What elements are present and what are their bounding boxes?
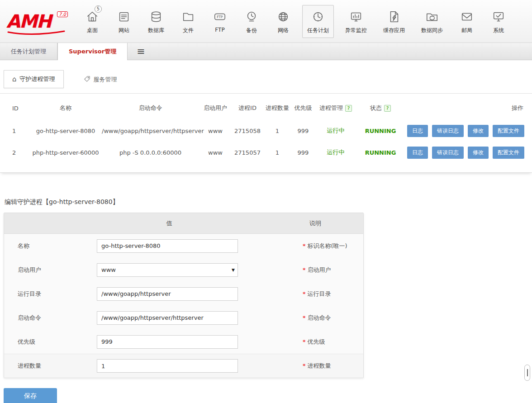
name-field[interactable] [97, 239, 238, 253]
logo-text: AMH [6, 11, 51, 32]
subtab-supervisor[interactable]: Supervisor管理 [57, 43, 128, 60]
col-priority: 优先级 [291, 104, 315, 112]
backup-icon [245, 9, 258, 24]
files-icon [181, 9, 195, 24]
cell-command: php -S 0.0.0.0:60000 [102, 149, 199, 156]
user-select[interactable]: www ▼ [97, 263, 238, 277]
scrollbar-thumb[interactable] [524, 365, 530, 381]
subtab-task-schedule[interactable]: 任务计划管理 [0, 43, 57, 60]
tab-service-management[interactable]: 服务管理 [76, 71, 125, 88]
config-file-button[interactable]: 配置文件 [493, 125, 524, 137]
top-header: AMH 7.0 5 桌面 网站 数据库 文件 [0, 0, 532, 43]
field-desc: 进程数量 [308, 362, 331, 369]
help-icon[interactable]: ? [384, 105, 391, 112]
nav-item-system[interactable]: 系统 [486, 5, 511, 38]
manage-state-link[interactable]: 运行中 [327, 149, 345, 156]
ftp-icon: FTP [213, 9, 227, 24]
status-badge: RUNNING [365, 149, 396, 156]
form-col-value: 值 [97, 219, 242, 228]
hamburger-icon[interactable]: ≡ [128, 43, 154, 60]
field-label: 优先级 [4, 338, 97, 346]
nav-item-sync[interactable]: 数据同步 [416, 5, 448, 38]
col-manage: 进程管理? [315, 104, 356, 112]
log-button[interactable]: 日志 [407, 147, 428, 159]
database-icon [149, 9, 163, 24]
manage-state-link[interactable]: 运行中 [327, 127, 345, 134]
field-label: 名称 [4, 242, 97, 250]
amh-logo[interactable]: AMH 7.0 [6, 12, 74, 30]
nav-item-label: 数据同步 [421, 27, 443, 34]
schedule-icon [311, 9, 325, 24]
start-command-field[interactable] [97, 311, 238, 325]
nav-item-website[interactable]: 网站 [111, 5, 137, 38]
help-icon[interactable]: ? [345, 105, 352, 112]
cell-priority: 999 [291, 128, 315, 134]
form-row-priority: 优先级 *优先级 [4, 330, 363, 354]
nav-item-label: 邮局 [461, 27, 472, 34]
system-icon [492, 9, 505, 24]
nav-item-database[interactable]: 数据库 [143, 5, 169, 38]
cell-name: go-http-server-8080 [29, 128, 102, 134]
nav-item-desktop[interactable]: 5 桌面 [80, 5, 105, 38]
nav-item-label: 备份 [246, 27, 257, 34]
nav-item-label: 网站 [119, 27, 129, 34]
nav-item-label: 任务计划 [307, 27, 329, 34]
mail-icon [460, 9, 474, 24]
priority-field[interactable] [97, 335, 238, 349]
nav-item-label: 缓存应用 [383, 27, 405, 34]
error-log-button[interactable]: 错误日志 [432, 147, 464, 159]
field-desc: 运行目录 [308, 290, 331, 297]
logo-swoosh [7, 30, 66, 37]
cell-id: 2 [7, 149, 29, 156]
error-log-button[interactable]: 错误日志 [432, 125, 464, 137]
col-id: ID [7, 105, 29, 112]
field-desc: 启动命令 [308, 314, 331, 321]
log-button[interactable]: 日志 [407, 125, 428, 137]
nav-item-schedule[interactable]: 任务计划 [302, 5, 334, 38]
cell-pid: 2715057 [232, 149, 263, 156]
nav-item-files[interactable]: 文件 [176, 5, 201, 38]
col-count: 进程数量 [263, 104, 291, 112]
form-row-user: 启动用户 www ▼ *启动用户 [4, 258, 363, 282]
nav-item-ftp[interactable]: FTP FTP [207, 5, 233, 37]
cell-command: /www/goapp/httpserver/httpserver [102, 128, 199, 134]
cell-user: www [199, 149, 232, 156]
field-label: 启动用户 [4, 266, 97, 274]
network-icon [276, 9, 290, 24]
svg-text:FTP: FTP [217, 15, 223, 19]
tag-icon [84, 76, 90, 84]
edit-daemon-form: 值 说明 名称 *标识名称(唯一) 启动用户 www ▼ *启动用户 运行目录 … [4, 213, 364, 378]
logo-version-badge: 7.0 [57, 11, 68, 17]
process-table: ID 名称 启动命令 启动用户 进程ID 进程数量 优先级 进程管理? 状态? … [0, 93, 532, 173]
tab-daemon-management[interactable]: ⌂ 守护进程管理 [4, 70, 64, 88]
edit-form-title: 编辑守护进程【go-http-server-8080】 [5, 198, 532, 206]
desktop-notification-badge: 5 [95, 5, 102, 13]
form-col-desc: 说明 [242, 219, 363, 228]
field-label: 进程数量 [4, 362, 97, 370]
nav-item-label: 系统 [493, 27, 504, 34]
nav-item-backup[interactable]: 备份 [239, 5, 264, 38]
cell-count: 1 [263, 149, 291, 156]
field-desc: 启动用户 [308, 266, 331, 273]
cell-id: 1 [7, 128, 29, 134]
field-desc: 标识名称(唯一) [308, 242, 347, 249]
subtab-label: Supervisor管理 [69, 47, 116, 56]
nav-item-monitor[interactable]: 异常监控 [340, 5, 372, 38]
form-header-row: 值 说明 [4, 213, 363, 234]
col-user: 启动用户 [199, 104, 232, 112]
nav-item-mail[interactable]: 邮局 [454, 5, 480, 38]
save-button[interactable]: 保存 [4, 388, 57, 403]
config-file-button[interactable]: 配置文件 [493, 147, 524, 159]
cell-count: 1 [263, 128, 291, 134]
form-row-name: 名称 *标识名称(唯一) [4, 234, 363, 258]
process-count-field[interactable] [97, 359, 238, 373]
edit-button[interactable]: 修改 [468, 125, 489, 137]
nav-item-network[interactable]: 网络 [271, 5, 296, 38]
run-directory-field[interactable] [97, 287, 238, 301]
nav-item-cache[interactable]: 缓存应用 [378, 5, 410, 38]
user-select-value: www [101, 266, 116, 273]
subtab-label: 任务计划管理 [11, 47, 46, 56]
form-row-count: 进程数量 *进程数量 [4, 354, 363, 378]
edit-button[interactable]: 修改 [468, 147, 489, 159]
page-tabs: ⌂ 守护进程管理 服务管理 [4, 70, 532, 88]
